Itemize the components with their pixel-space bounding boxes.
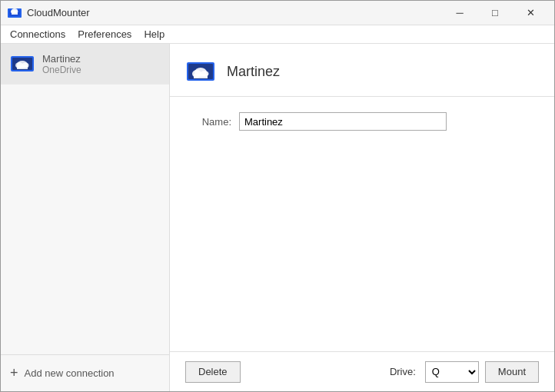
footer-right: Drive: Q R S T U V W X Y Z Mount [390,361,539,383]
app-window: CloudMounter ─ □ ✕ Connections Preferenc… [0,0,555,392]
menu-connections[interactable]: Connections [4,26,71,43]
svg-rect-11 [17,65,28,69]
connection-item-martinez[interactable]: Martinez OneDrive [1,44,169,85]
name-label: Name: [185,116,231,128]
minimize-button[interactable]: ─ [442,1,477,25]
drive-label: Drive: [390,366,416,377]
connection-name: Martinez [42,53,81,65]
svg-rect-17 [194,74,208,78]
menu-bar: Connections Preferences Help [1,25,554,44]
window-title: CloudMounter [27,7,442,18]
menu-help[interactable]: Help [138,26,171,43]
detail-body: Name: [170,97,554,351]
add-connection-button[interactable]: + Add new connection [1,354,169,391]
name-row: Name: [185,112,539,131]
detail-icon [185,56,216,87]
main-content: Martinez OneDrive + Add new connection [1,44,554,391]
add-connection-label: Add new connection [25,367,115,379]
detail-title: Martinez [227,64,280,80]
window-controls: ─ □ ✕ [442,1,548,25]
svg-rect-5 [12,12,18,15]
detail-panel: Martinez Name: Delete Drive: Q R S [170,44,554,391]
plus-icon: + [10,365,18,381]
close-button[interactable]: ✕ [513,1,548,25]
sidebar: Martinez OneDrive + Add new connection [1,44,170,391]
drive-select[interactable]: Q R S T U V W X Y Z [425,361,479,383]
detail-footer: Delete Drive: Q R S T U V W X Y Z [170,351,554,391]
connection-list: Martinez OneDrive [1,44,169,354]
delete-button[interactable]: Delete [185,361,241,383]
maximize-button[interactable]: □ [477,1,513,25]
footer-left: Delete [185,361,241,383]
menu-preferences[interactable]: Preferences [71,26,138,43]
title-bar: CloudMounter ─ □ ✕ [1,1,554,25]
connection-text: Martinez OneDrive [42,53,81,75]
connection-type: OneDrive [42,65,81,75]
detail-header: Martinez [170,44,554,97]
app-icon [7,5,22,21]
mount-button[interactable]: Mount [485,361,539,383]
name-input[interactable] [239,112,447,131]
connection-icon [8,50,36,78]
